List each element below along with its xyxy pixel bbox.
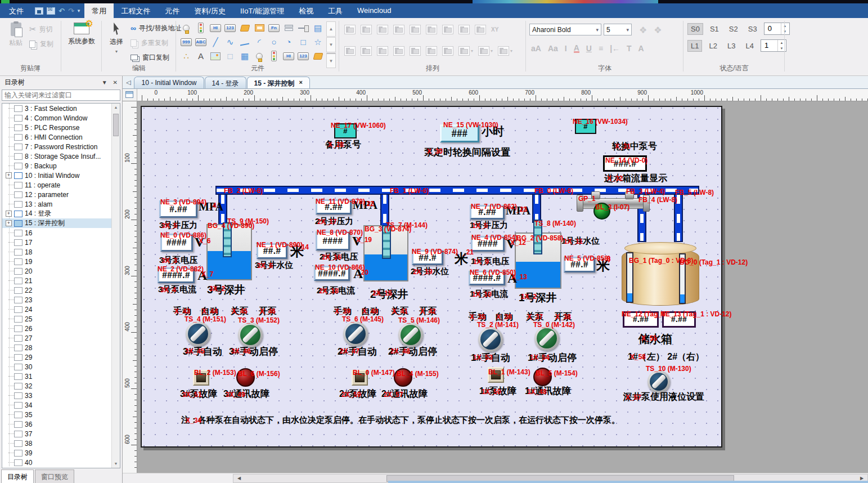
- close-tab-icon[interactable]: ×: [299, 79, 303, 88]
- tree-item[interactable]: 30: [2, 362, 120, 372]
- tree-item[interactable]: 5 : PLC Response: [2, 123, 120, 132]
- multi-state-lamp-icon[interactable]: [194, 21, 208, 35]
- font-style-icon[interactable]: A: [638, 44, 644, 53]
- multi-copy-button[interactable]: 多重复制: [131, 37, 168, 48]
- tree-item[interactable]: 40: [2, 458, 120, 467]
- align-hcenter-icon[interactable]: [361, 25, 372, 34]
- slider-icon[interactable]: [296, 21, 311, 35]
- star-icon[interactable]: ☆: [311, 35, 325, 49]
- combo-button-icon[interactable]: [281, 21, 296, 35]
- menu-tab-Weincloud[interactable]: Weincloud: [350, 3, 398, 18]
- tree-item[interactable]: 18: [2, 247, 120, 257]
- arc-icon[interactable]: ◜: [252, 35, 267, 49]
- find-replace-button[interactable]: ∞寻找/替换地址: [131, 23, 181, 34]
- option-list-icon[interactable]: ▤: [311, 21, 325, 35]
- numeric-input-icon[interactable]: 123: [223, 21, 237, 35]
- copy-button[interactable]: 复制: [29, 38, 53, 50]
- same-size-icon[interactable]: [377, 46, 388, 56]
- tree-item[interactable]: 9 : Backup: [2, 161, 120, 171]
- tree-item[interactable]: 26: [2, 324, 120, 333]
- menu-tab-工具[interactable]: 工具: [321, 3, 350, 18]
- tree-item[interactable]: +15 : 深井控制: [2, 218, 120, 228]
- save-icon[interactable]: [35, 7, 43, 15]
- font-family-select[interactable]: Aharoni Bold▾: [529, 24, 601, 35]
- language-spinner[interactable]: 1▲▼: [761, 39, 786, 52]
- language-l2[interactable]: L2: [705, 40, 720, 52]
- tree-item[interactable]: 19: [2, 257, 120, 266]
- gallery-up-icon[interactable]: ▲: [326, 21, 336, 37]
- tag2-icon[interactable]: [311, 49, 325, 63]
- tree-item[interactable]: 39: [2, 448, 120, 458]
- bit-lamp2-icon[interactable]: [252, 49, 267, 63]
- circle-icon[interactable]: ○: [267, 35, 281, 49]
- language-l1[interactable]: L1: [687, 40, 702, 52]
- scroll-left-icon[interactable]: ◀: [235, 475, 244, 482]
- note-text[interactable]: 注：各种泵在自动状态下，由水位决定泵启停。在手动状态下，泵停止状态下按一次启泵，…: [181, 415, 620, 426]
- menu-tab-工程文件[interactable]: 工程文件: [114, 3, 158, 18]
- tree-item[interactable]: 13 : alam: [2, 199, 120, 209]
- panel-close-icon[interactable]: ✕: [113, 79, 118, 86]
- tree-item[interactable]: 33: [2, 391, 120, 400]
- tree-item[interactable]: +10 : Initial Window: [2, 171, 120, 180]
- flip-icon[interactable]: ▾: [498, 46, 512, 56]
- align-vcenter-icon[interactable]: [410, 25, 421, 34]
- tree-item[interactable]: 17: [2, 238, 120, 247]
- scroll-down-icon[interactable]: ▼: [112, 460, 120, 468]
- tree-item[interactable]: 25: [2, 314, 120, 324]
- layer-up-icon[interactable]: ▾: [458, 46, 473, 56]
- quick-access-dropdown-icon[interactable]: ▾: [78, 7, 80, 15]
- even-height-icon[interactable]: [458, 25, 470, 34]
- align-top-text-icon[interactable]: T: [627, 44, 632, 53]
- window-copy-button[interactable]: 窗口复制: [131, 52, 169, 63]
- font-color-icon[interactable]: A: [574, 44, 579, 53]
- ungroup-icon[interactable]: [426, 46, 437, 56]
- start-stop-switch[interactable]: [238, 323, 263, 347]
- tree-item[interactable]: 7 : Password Restriction: [2, 142, 120, 151]
- align-text-icon[interactable]: ≡: [599, 44, 603, 53]
- tree-item[interactable]: 29: [2, 352, 120, 362]
- grow-font-icon[interactable]: aA: [531, 44, 541, 53]
- document-tab-10 - Initial Window[interactable]: 10 - Initial Window: [134, 77, 204, 88]
- state-s0[interactable]: S0: [687, 23, 703, 35]
- scroll-up-icon[interactable]: ▲: [112, 104, 120, 111]
- underline-icon[interactable]: U: [586, 44, 592, 53]
- font-size-dropdown-icon[interactable]: ▾: [626, 27, 629, 33]
- function-key-icon[interactable]: Fn: [267, 21, 281, 35]
- tree-item[interactable]: 31: [2, 372, 120, 381]
- polyline-icon[interactable]: [237, 35, 252, 49]
- tree-item[interactable]: +14 : 登录: [2, 209, 120, 218]
- font-size-select[interactable]: 5▾: [604, 24, 632, 35]
- picture-icon[interactable]: [208, 49, 223, 63]
- shrink-font-icon[interactable]: Aa: [548, 44, 558, 53]
- state-spinner[interactable]: 0▲▼: [764, 23, 790, 35]
- document-tab-14 - 登录[interactable]: 14 - 登录: [205, 77, 246, 88]
- level-setting-switch[interactable]: [647, 370, 670, 393]
- undo-icon[interactable]: ↶: [59, 7, 65, 15]
- numeric2-icon[interactable]: 123: [296, 49, 311, 63]
- redo-icon[interactable]: ↷: [68, 7, 74, 15]
- tree-item[interactable]: 6 : HMI Connection: [2, 132, 120, 142]
- cut-button[interactable]: ✂剪切: [29, 24, 53, 35]
- tree-item[interactable]: 3 : Fast Selection: [2, 104, 120, 113]
- align-top-icon[interactable]: [393, 25, 404, 34]
- numeric-display-icon[interactable]: 999: [179, 35, 194, 49]
- tree-scrollbar[interactable]: ▲ ▼: [111, 104, 120, 468]
- hmi-design-canvas[interactable]: FB_2 (LW-6)FB_1 (LW-6)FB_0 (LW-6)FB_3 (L…: [141, 106, 722, 448]
- italic-icon[interactable]: I: [565, 44, 567, 53]
- pin-icon[interactable]: [442, 46, 453, 56]
- branch-water-pipe[interactable]: [532, 194, 541, 223]
- multi-state-lamp2-icon[interactable]: [267, 49, 281, 63]
- document-tab-15 - 深井控制[interactable]: 15 - 深井控制×: [247, 77, 310, 88]
- expand-icon[interactable]: +: [6, 172, 12, 178]
- align-left-icon[interactable]: [344, 25, 356, 34]
- wave-icon[interactable]: ∿: [223, 35, 237, 49]
- same-width-icon[interactable]: [344, 46, 356, 56]
- tree-item[interactable]: 24: [2, 305, 120, 314]
- clear-format-icon[interactable]: ❖: [654, 25, 662, 35]
- pie-icon[interactable]: ◔: [281, 35, 296, 49]
- select-tool-button[interactable]: 选择 ▾: [105, 23, 128, 54]
- component-gallery-scroll[interactable]: ▲ ▼ ▼: [326, 21, 336, 68]
- panel-tab-窗口预览[interactable]: 窗口预览: [35, 469, 74, 483]
- rotate-icon[interactable]: [393, 46, 404, 56]
- format-painter-icon[interactable]: ❖: [639, 25, 647, 35]
